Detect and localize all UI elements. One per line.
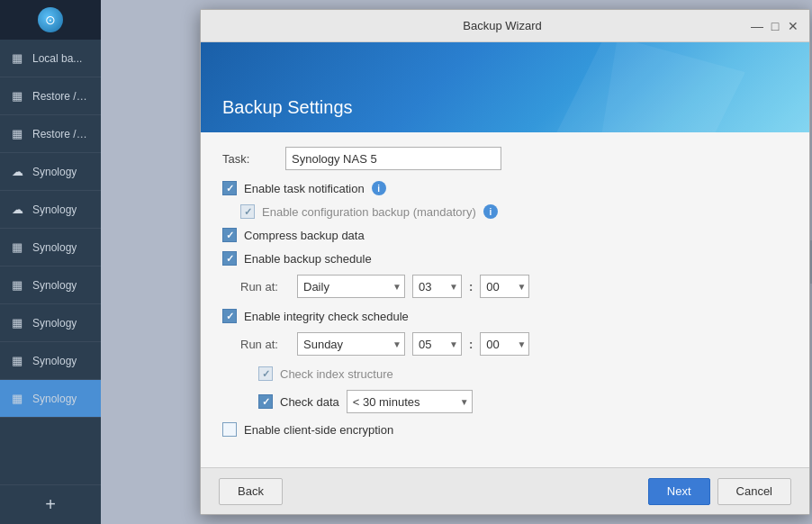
enable-backup-schedule-label: Enable backup schedule <box>244 252 372 266</box>
wizard-title: Backup Wizard <box>255 19 750 32</box>
restore-local-icon: ▦ <box>9 88 25 104</box>
integrity-schedule-run-at-row: Run at: Sunday Monday Tuesday Wednesday … <box>240 332 788 356</box>
backup-schedule-run-at-row: Run at: Daily Weekly Monthly ▼ 03 ▼ : <box>240 275 788 298</box>
wizard-body: Task: Enable task notification i Enable … <box>201 132 809 467</box>
footer-right: Next Cancel <box>648 478 791 505</box>
task-label: Task: <box>222 152 276 166</box>
check-data-label: Check data <box>280 395 339 409</box>
synology-6-icon: ▦ <box>9 353 25 369</box>
sidebar-header: ⊙ <box>0 0 101 40</box>
enable-client-encryption-checkbox[interactable] <box>222 422 237 437</box>
backup-colon: : <box>469 280 473 294</box>
sidebar-item-synology-1[interactable]: ☁ Synology <box>0 153 101 191</box>
task-input[interactable] <box>285 147 501 170</box>
backup-frequency-select[interactable]: Daily Weekly Monthly <box>297 275 405 298</box>
backup-minute-select[interactable]: 00 <box>480 275 529 298</box>
backup-hour-select[interactable]: 03 <box>412 275 462 298</box>
sidebar-item-synology-6[interactable]: ▦ Synology <box>0 342 101 380</box>
enable-client-encryption-label: Enable client-side encryption <box>244 423 393 437</box>
check-index-structure-label: Check index structure <box>280 367 393 381</box>
integrity-run-at-label: Run at: <box>240 338 290 351</box>
check-data-checkbox[interactable] <box>258 394 273 409</box>
backup-wizard-dialog: Backup Wizard — □ ✕ Backup Settings Task… <box>200 9 810 515</box>
wizard-footer: Back Next Cancel <box>201 467 809 514</box>
enable-config-backup-checkbox <box>240 204 255 219</box>
cancel-button[interactable]: Cancel <box>717 478 791 505</box>
enable-integrity-check-row: Enable integrity check schedule <box>222 309 788 323</box>
enable-task-notification-label: Enable task notification <box>244 182 365 195</box>
integrity-minute-wrap: 00 ▼ <box>480 332 529 356</box>
restore-local-2-icon: ▦ <box>9 126 25 142</box>
check-index-structure-row: Check index structure <box>258 366 788 381</box>
integrity-hour-select[interactable]: 05 <box>412 332 462 356</box>
wizard-titlebar: Backup Wizard — □ ✕ <box>201 10 809 42</box>
sidebar-item-synology-4[interactable]: ▦ Synology <box>0 267 101 304</box>
enable-task-notification-row: Enable task notification i <box>222 181 788 195</box>
wizard-header: Backup Settings <box>201 42 809 132</box>
sidebar-item-local-backup[interactable]: ▦ Local ba... <box>0 40 101 77</box>
integrity-day-wrap: Sunday Monday Tuesday Wednesday Thursday… <box>297 332 405 356</box>
synology-3-icon: ▦ <box>9 239 25 256</box>
enable-config-backup-label: Enable configuration backup (mandatory) <box>262 205 476 219</box>
footer-left: Back <box>219 478 283 505</box>
synology-5-icon: ▦ <box>9 315 25 331</box>
integrity-colon: : <box>469 338 473 351</box>
enable-backup-schedule-row: Enable backup schedule <box>222 251 788 266</box>
task-notification-info-icon[interactable]: i <box>372 181 386 195</box>
task-row: Task: <box>222 147 788 170</box>
integrity-day-select[interactable]: Sunday Monday Tuesday Wednesday Thursday… <box>297 332 405 356</box>
config-backup-info-icon[interactable]: i <box>483 204 498 219</box>
sidebar-item-synology-3[interactable]: ▦ Synology <box>0 229 101 267</box>
check-data-duration-wrap: < 30 minutes < 1 hour < 2 hours Unlimite… <box>347 390 473 413</box>
sidebar-item-synology-7[interactable]: ▦ Synology <box>0 380 101 418</box>
integrity-hour-wrap: 05 ▼ <box>412 332 462 356</box>
enable-backup-schedule-checkbox[interactable] <box>222 251 237 266</box>
backup-frequency-wrap: Daily Weekly Monthly ▼ <box>297 275 405 298</box>
close-button[interactable]: ✕ <box>786 19 800 33</box>
backup-hour-wrap: 03 ▼ <box>412 275 462 298</box>
check-data-row: Check data < 30 minutes < 1 hour < 2 hou… <box>258 390 788 413</box>
enable-client-encryption-row: Enable client-side encryption <box>222 422 788 437</box>
main-area: 🔒 scheduled ... Backup Wizard — □ ✕ Back <box>101 0 812 524</box>
backup-run-at-label: Run at: <box>240 280 290 294</box>
sidebar: ⊙ ▦ Local ba... ▦ Restore /ocal ▦ Restor… <box>0 0 101 524</box>
app-icon: ⊙ <box>38 7 63 32</box>
compress-backup-checkbox[interactable] <box>222 228 237 242</box>
synology-4-icon: ▦ <box>9 277 25 294</box>
sidebar-item-synology-2[interactable]: ☁ Synology <box>0 191 101 229</box>
back-button[interactable]: Back <box>219 478 283 505</box>
local-backup-icon: ▦ <box>9 50 25 67</box>
wizard-header-title: Backup Settings <box>222 97 353 118</box>
check-data-duration-select[interactable]: < 30 minutes < 1 hour < 2 hours Unlimite… <box>347 390 473 413</box>
maximize-button[interactable]: □ <box>768 19 782 33</box>
check-index-structure-checkbox <box>258 366 273 381</box>
titlebar-controls: — □ ✕ <box>750 19 800 33</box>
enable-config-backup-row: Enable configuration backup (mandatory) … <box>240 204 788 219</box>
sidebar-item-restore-local-2[interactable]: ▦ Restore /ocal 2 <box>0 115 101 153</box>
enable-integrity-check-checkbox[interactable] <box>222 309 237 323</box>
backup-minute-wrap: 00 ▼ <box>480 275 529 298</box>
minimize-button[interactable]: — <box>750 19 764 33</box>
enable-task-notification-checkbox[interactable] <box>222 181 237 195</box>
synology-1-icon: ☁ <box>9 164 25 180</box>
compress-backup-label: Compress backup data <box>244 229 365 242</box>
integrity-minute-select[interactable]: 00 <box>480 332 529 356</box>
synology-2-icon: ☁ <box>9 202 25 218</box>
enable-integrity-check-label: Enable integrity check schedule <box>244 310 409 323</box>
sidebar-item-restore-local[interactable]: ▦ Restore /ocal <box>0 77 101 115</box>
next-button[interactable]: Next <box>648 478 710 505</box>
sidebar-item-synology-5[interactable]: ▦ Synology <box>0 304 101 342</box>
add-button[interactable]: + <box>0 484 101 524</box>
synology-7-icon: ▦ <box>9 391 25 407</box>
compress-backup-row: Compress backup data <box>222 228 788 242</box>
